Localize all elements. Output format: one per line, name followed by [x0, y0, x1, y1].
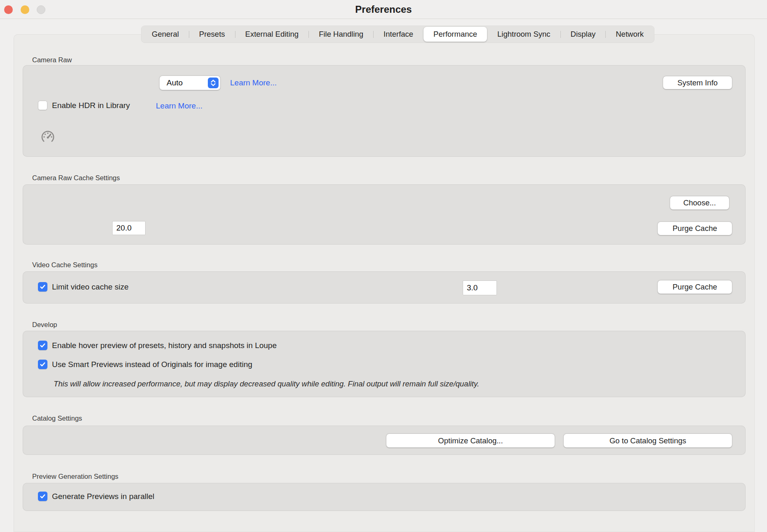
section-label-camera-raw: Camera Raw	[32, 56, 72, 64]
window-title: Preferences	[0, 0, 767, 19]
hdr-learn-more-link[interactable]: Learn More...	[156, 101, 202, 111]
tab-file-handling[interactable]: File Handling	[309, 27, 373, 42]
hover-preview-checkbox[interactable]	[38, 341, 47, 350]
section-label-video-cache: Video Cache Settings	[32, 261, 97, 269]
title-bar: Preferences	[0, 0, 767, 19]
section-label-catalog: Catalog Settings	[32, 414, 82, 422]
smart-previews-note: This will allow increased performance, b…	[54, 379, 479, 388]
gpu-learn-more-link[interactable]: Learn More...	[230, 78, 277, 87]
smart-previews-label: Use Smart Previews instead of Originals …	[52, 360, 252, 369]
section-label-preview-generation: Preview Generation Settings	[32, 473, 118, 480]
limit-video-cache-label: Limit video cache size	[52, 282, 129, 292]
hover-preview-label: Enable hover preview of presets, history…	[52, 341, 277, 350]
smart-previews-row: Use Smart Previews instead of Originals …	[38, 360, 252, 369]
preferences-tab-bar: General Presets External Editing File Ha…	[141, 26, 654, 43]
system-info-button[interactable]: System Info	[663, 76, 732, 89]
smart-previews-checkbox[interactable]	[38, 360, 47, 369]
limit-video-cache-row: Limit video cache size	[38, 282, 129, 292]
checkmark-icon	[40, 342, 46, 348]
parallel-previews-row: Generate Previews in parallel	[38, 492, 154, 501]
hover-preview-row: Enable hover preview of presets, history…	[38, 341, 277, 350]
groupbox-video-cache	[23, 271, 746, 304]
section-label-camera-raw-cache: Camera Raw Cache Settings	[32, 174, 120, 182]
parallel-previews-label: Generate Previews in parallel	[52, 492, 154, 501]
minimize-window-button[interactable]	[21, 5, 29, 14]
tab-interface[interactable]: Interface	[374, 27, 423, 42]
limit-video-cache-checkbox[interactable]	[38, 282, 47, 292]
goto-catalog-settings-button[interactable]: Go to Catalog Settings	[564, 434, 732, 447]
cache-max-size-input[interactable]	[112, 221, 146, 235]
zoom-window-button[interactable]	[37, 5, 45, 14]
checkmark-icon	[40, 284, 46, 290]
tab-performance[interactable]: Performance	[423, 27, 487, 42]
preferences-window: Preferences General Presets External Edi…	[0, 0, 767, 532]
graphics-processor-dropdown[interactable]: Auto	[160, 76, 220, 90]
tab-general[interactable]: General	[142, 27, 189, 42]
tab-network[interactable]: Network	[606, 27, 654, 42]
tab-presets[interactable]: Presets	[189, 27, 235, 42]
choose-location-button[interactable]: Choose...	[670, 196, 729, 210]
checkmark-icon	[40, 361, 46, 367]
graphics-processor-value: Auto	[160, 78, 208, 87]
purge-camera-raw-cache-button[interactable]: Purge Cache	[658, 222, 732, 235]
checkmark-icon	[40, 493, 46, 499]
enable-hdr-checkbox[interactable]	[38, 101, 47, 110]
tab-display[interactable]: Display	[561, 27, 606, 42]
optimize-catalog-button[interactable]: Optimize Catalog...	[386, 434, 555, 447]
enable-hdr-label: Enable HDR in Library	[52, 101, 130, 110]
groupbox-camera-raw-cache	[23, 184, 746, 245]
dropdown-stepper-icon	[208, 78, 219, 88]
close-window-button[interactable]	[4, 5, 13, 14]
video-max-size-input[interactable]	[463, 280, 497, 295]
enable-hdr-row: Enable HDR in Library	[38, 101, 130, 110]
section-label-develop: Develop	[32, 321, 57, 329]
tab-lightroom-sync[interactable]: Lightroom Sync	[487, 27, 560, 42]
gauge-icon	[40, 129, 56, 145]
parallel-previews-checkbox[interactable]	[38, 492, 47, 501]
purge-video-cache-button[interactable]: Purge Cache	[658, 280, 732, 294]
tab-external-editing[interactable]: External Editing	[235, 27, 309, 42]
groupbox-camera-raw	[23, 65, 746, 157]
